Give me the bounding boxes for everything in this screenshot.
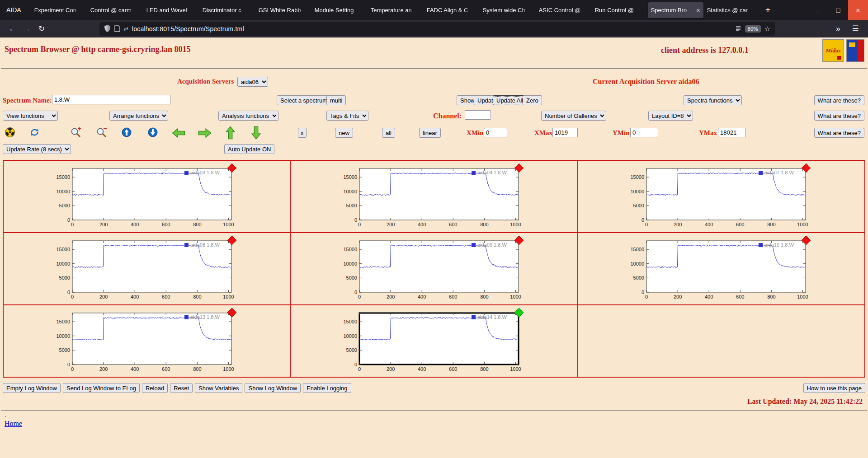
tab-temperature-an[interactable]: Temperature an — [368, 2, 423, 18]
spectrum-plot-aida08[interactable]: 02004006008001000050001000015000aida08 1… — [50, 234, 244, 304]
url-bar[interactable]: ⇄ localhost:8015/Spectrum/Spectrum.tml 8… — [99, 22, 775, 36]
connection-icon[interactable]: ⇄ — [124, 26, 128, 32]
channel-input[interactable] — [465, 110, 491, 120]
ymax-input[interactable] — [718, 128, 746, 137]
overflow-menu-icon[interactable]: » — [831, 23, 845, 35]
permissions-icon[interactable] — [114, 25, 120, 32]
tab-control-carm[interactable]: Control @ carm — [87, 2, 143, 18]
forward-button[interactable]: → — [20, 23, 34, 35]
empty-log-window-button[interactable]: Empty Log Window — [3, 383, 61, 393]
update-all-button[interactable]: Update All — [493, 95, 527, 105]
tab-label: Control @ carm — [90, 7, 140, 14]
tab-led-and-wavef[interactable]: LED and Wavef — [143, 2, 199, 18]
zoom-out-icon[interactable] — [96, 126, 108, 139]
gallery-cell-aida13[interactable]: 02004006008001000050001000015000aida13 1… — [3, 305, 290, 377]
spectrum-plot-aida03[interactable]: 02004006008001000050001000015000aida03 1… — [50, 161, 244, 232]
spectrum-plot-aida04[interactable]: 02004006008001000050001000015000aida04 1… — [337, 161, 531, 232]
send-log-window-to-elog-button[interactable]: Send Log Window to ELog — [63, 383, 140, 393]
shield-icon[interactable] — [104, 25, 111, 33]
tab-experiment-con[interactable]: Experiment Con — [31, 2, 87, 18]
tab-gsi-white-rabb[interactable]: GSI White Rabb — [255, 2, 311, 18]
move-down-icon[interactable] — [251, 126, 261, 140]
auto-update-button[interactable]: Auto Update ON — [224, 144, 274, 154]
tab-close-icon[interactable]: × — [696, 6, 700, 14]
x-button[interactable]: x — [298, 128, 307, 138]
spectrum-plot-aida13[interactable]: 02004006008001000050001000015000aida13 1… — [50, 306, 244, 376]
move-right-icon[interactable] — [198, 128, 212, 138]
gallery-cell-aida09[interactable]: 02004006008001000050001000015000aida09 1… — [290, 233, 577, 305]
gallery-cell-aida04[interactable]: 02004006008001000050001000015000aida04 1… — [290, 160, 577, 233]
refresh-icon[interactable] — [29, 127, 40, 138]
spectrum-plot-aida14[interactable]: 02004006008001000050001000015000aida14 1… — [337, 306, 531, 376]
enable-logging-button[interactable]: Enable Logging — [303, 383, 351, 393]
what-are-these-button-1[interactable]: What are these? — [814, 95, 864, 105]
home-link[interactable]: Home — [5, 420, 22, 428]
url-text[interactable]: localhost:8015/Spectrum/Spectrum.tml — [132, 25, 731, 33]
zero-button[interactable]: Zero — [523, 95, 542, 105]
tab-statistics-car[interactable]: Statistics @ car — [704, 2, 760, 18]
svg-text:0: 0 — [354, 362, 357, 367]
tab-asic-control[interactable]: ASIC Control @ — [536, 2, 591, 18]
xmax-input[interactable] — [552, 128, 578, 137]
xmin-input[interactable] — [484, 128, 507, 137]
view-functions-select[interactable]: View functions — [3, 111, 58, 121]
move-left-icon[interactable] — [172, 128, 185, 138]
acquisition-server-select[interactable]: aida06 — [237, 77, 268, 87]
tab-run-control[interactable]: Run Control @ — [592, 2, 647, 18]
log-toolbar: Empty Log WindowSend Log Window to ELogR… — [3, 383, 865, 393]
reload-button[interactable]: ↻ — [34, 23, 49, 35]
ymin-input[interactable] — [630, 128, 658, 137]
spectrum-plot-aida09[interactable]: 02004006008001000050001000015000aida09 1… — [337, 234, 531, 304]
spectrum-name-input[interactable] — [52, 95, 170, 104]
hamburger-menu-icon[interactable]: ☰ — [848, 23, 863, 35]
close-window-button[interactable]: × — [848, 0, 868, 20]
new-button[interactable]: new — [335, 128, 353, 138]
gallery-cell-aida10[interactable]: 02004006008001000050001000015000aida10 1… — [578, 233, 865, 305]
new-tab-button[interactable]: + — [760, 5, 776, 15]
maximize-button[interactable]: □ — [828, 0, 848, 20]
spectrum-plot-aida10[interactable]: 02004006008001000050001000015000aida10 1… — [624, 234, 818, 304]
tab-module-setting[interactable]: Module Setting — [311, 2, 367, 18]
tab-system-wide-ch[interactable]: System wide Ch — [480, 2, 535, 18]
minimize-button[interactable]: – — [808, 0, 828, 20]
how-to-use-button[interactable]: How to use this page — [803, 383, 865, 393]
what-are-these-button-3[interactable]: What are these? — [814, 128, 864, 138]
all-button[interactable]: all — [382, 128, 395, 138]
back-button[interactable]: ← — [5, 23, 20, 35]
show-variables-button[interactable]: Show Variables — [195, 383, 242, 393]
what-are-these-button-2[interactable]: What are these? — [814, 111, 864, 121]
analysis-functions-select[interactable]: Analysis functions — [218, 111, 278, 121]
arrange-functions-select[interactable]: Arrange functions — [109, 111, 168, 121]
tab-discriminator-c[interactable]: Discriminator c — [199, 2, 255, 18]
update-rate-select[interactable]: Update Rate (8 secs) — [3, 144, 71, 154]
show-log-window-button[interactable]: Show Log Window — [245, 383, 301, 393]
blue-arrow-down-icon[interactable] — [147, 127, 158, 138]
svg-text:5000: 5000 — [59, 203, 70, 208]
bookmark-star-icon[interactable]: ☆ — [764, 25, 770, 33]
tab-spectrum-bro[interactable]: Spectrum Bro× — [648, 2, 703, 18]
zoom-in-icon[interactable] — [70, 126, 82, 139]
layout-id-select[interactable]: Layout ID=8 — [648, 111, 693, 121]
gallery-cell-aida14[interactable]: 02004006008001000050001000015000aida14 1… — [290, 305, 577, 377]
spectra-functions-select[interactable]: Spectra functions — [684, 95, 742, 105]
zoom-level-badge[interactable]: 80% — [745, 25, 761, 33]
tab-fadc-align-c[interactable]: FADC Align & C — [424, 2, 479, 18]
multi-button[interactable]: multi — [326, 95, 346, 105]
radiation-icon[interactable] — [5, 127, 15, 138]
reset-button[interactable]: Reset — [170, 383, 193, 393]
blue-arrow-up-icon[interactable] — [121, 127, 132, 138]
svg-text:600: 600 — [736, 222, 744, 227]
svg-text:400: 400 — [418, 294, 426, 299]
number-of-galleries-select[interactable]: Number of Galleries — [541, 111, 606, 121]
svg-text:400: 400 — [418, 222, 426, 227]
move-up-icon[interactable] — [226, 126, 235, 140]
linear-button[interactable]: linear — [419, 128, 441, 138]
svg-text:15000: 15000 — [631, 247, 645, 252]
spectrum-plot-aida07[interactable]: 02004006008001000050001000015000aida07 1… — [624, 161, 818, 232]
gallery-cell-aida03[interactable]: 02004006008001000050001000015000aida03 1… — [3, 160, 290, 233]
gallery-cell-aida08[interactable]: 02004006008001000050001000015000aida08 1… — [3, 233, 290, 305]
reader-mode-icon[interactable] — [735, 26, 741, 32]
gallery-cell-aida07[interactable]: 02004006008001000050001000015000aida07 1… — [578, 160, 865, 233]
reload-button[interactable]: Reload — [142, 383, 168, 393]
tags-fits-select[interactable]: Tags & Fits — [326, 111, 368, 121]
